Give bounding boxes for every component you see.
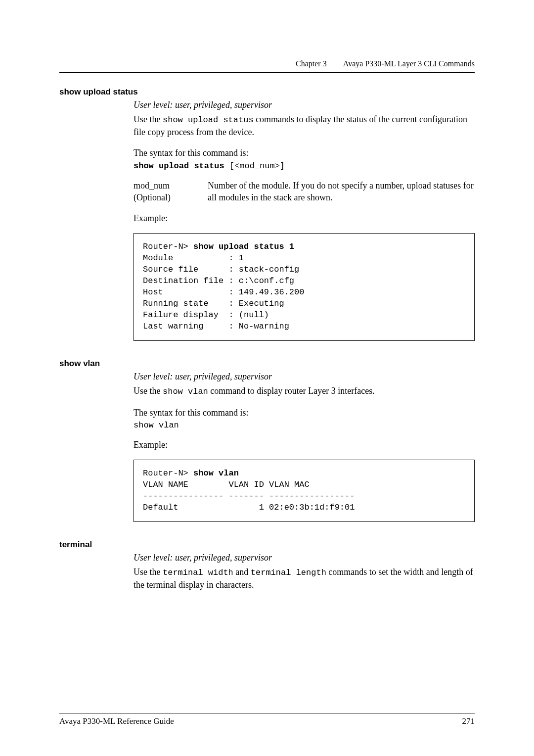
footer-left: Avaya P330-ML Reference Guide [59, 716, 174, 726]
intro-pre: Use the [134, 386, 163, 396]
example-label: Example: [134, 212, 475, 224]
intro-cmd: show upload status [163, 115, 254, 125]
code-cmd: show vlan [193, 469, 239, 478]
page-footer: Avaya P330-ML Reference Guide 271 [59, 713, 475, 726]
syntax-line: show upload status [<mod_num>] [134, 161, 475, 171]
code-rest: VLAN NAME VLAN ID VLAN MAC -------------… [143, 480, 355, 512]
code-cmd: show upload status 1 [193, 242, 294, 251]
syntax-tail: [<mod_num>] [224, 161, 285, 171]
heading-terminal: terminal [59, 540, 475, 550]
footer-page-number: 271 [462, 716, 475, 726]
intro-pre: Use the [134, 114, 163, 124]
syntax-bold: show upload status [134, 161, 224, 171]
user-level-line: User level: user, privileged, supervisor [134, 553, 475, 563]
footer-rule [59, 713, 475, 713]
param-block: mod_num (Optional) Number of the module.… [134, 180, 475, 204]
intro-cmd: show vlan [163, 387, 208, 396]
syntax-lead: The syntax for this command is: [134, 147, 475, 159]
param-left: mod_num (Optional) [134, 180, 208, 204]
header-rule [59, 72, 475, 73]
param-optional: (Optional) [134, 192, 171, 202]
param-name: mod_num [134, 181, 170, 190]
header-text: Chapter 3 Avaya P330-ML Layer 3 CLI Comm… [59, 59, 475, 68]
chapter-title: Avaya P330-ML Layer 3 CLI Commands [343, 59, 475, 68]
page-header: Chapter 3 Avaya P330-ML Layer 3 CLI Comm… [59, 59, 475, 73]
intro-cmd1: terminal width [163, 568, 233, 577]
syntax-line: show vlan [134, 421, 475, 430]
user-level-line: User level: user, privileged, supervisor [134, 100, 475, 110]
intro-pre: Use the [134, 567, 163, 577]
intro-paragraph: Use the show vlan command to display rou… [134, 385, 475, 398]
section-show-upload-status: show upload status User level: user, pri… [59, 87, 475, 341]
intro-cmd2: terminal length [251, 568, 326, 577]
chapter-label: Chapter 3 [296, 59, 342, 68]
syntax-lead: The syntax for this command is: [134, 407, 475, 419]
intro-mid: and [233, 567, 251, 577]
code-box-vlan: Router-N> show vlan VLAN NAME VLAN ID VL… [134, 460, 475, 522]
code-box-upload: Router-N> show upload status 1 Module : … [134, 233, 475, 341]
example-label: Example: [134, 439, 475, 451]
heading-show-vlan: show vlan [59, 359, 475, 369]
section-terminal: terminal User level: user, privileged, s… [59, 540, 475, 591]
user-level-line: User level: user, privileged, supervisor [134, 372, 475, 382]
intro-post: command to display router Layer 3 interf… [208, 386, 375, 396]
code-prefix: Router-N> [143, 242, 193, 251]
param-desc: Number of the module. If you do not spec… [208, 180, 475, 204]
code-rest: Module : 1 Source file : stack-config De… [143, 253, 304, 331]
code-prefix: Router-N> [143, 469, 193, 478]
intro-paragraph: Use the terminal width and terminal leng… [134, 566, 475, 591]
intro-paragraph: Use the show upload status commands to d… [134, 113, 475, 138]
heading-show-upload-status: show upload status [59, 87, 475, 97]
section-show-vlan: show vlan User level: user, privileged, … [59, 359, 475, 522]
